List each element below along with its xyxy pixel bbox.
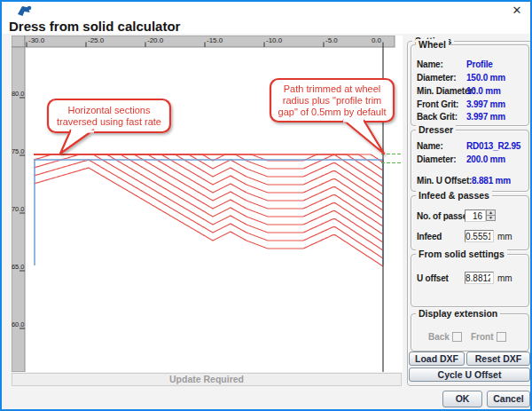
svg-text:radius plus "profile trim: radius plus "profile trim [283,95,382,106]
dialog-window: ✕ Dress from solid calculator -30.0-25.0… [0,0,532,411]
ruler-tick-label: 65.0 [12,263,25,271]
infeed-unit-label: mm [497,232,512,241]
ruler-tick-label: 0.0 [372,36,382,44]
svg-text:gap" of 0.5mm by default: gap" of 0.5mm by default [278,107,387,117]
back-checkbox[interactable] [452,332,462,342]
display-extension-group: Display extension Back Front [411,313,529,352]
ok-button[interactable]: OK [442,391,482,407]
dresser-diameter-label: Diameter: [417,154,456,164]
back-checkbox-label: Back [428,332,450,342]
wheel-group: Wheel Name: Profile Diameter: 150.0 mm M… [411,44,529,126]
dresser-group-title: Dresser [416,124,456,135]
wheel-front-grit-value: 3.997 mm [466,99,505,109]
dresser-group: Dresser Name: RD013_R2.95 Diameter: 200.… [411,130,529,192]
u-offset-unit-label: mm [497,273,512,283]
load-dxf-button[interactable]: Load DXF [409,352,465,366]
ruler-tick-label: 60.0 [12,320,25,328]
from-solid-group-title: From solid settings [416,249,507,259]
reset-dxf-button[interactable]: Reset DXF [466,352,530,366]
min-u-offset-label: Min. U Offset: [417,176,472,186]
dress-path-plot: -30.0-25.0-20.0-15.0-10.0-5.00.080.075.0… [12,36,403,372]
passes-spinner: ▲ ▼ [486,209,496,222]
wheel-diameter-label: Diameter: [417,73,456,83]
infeed-passes-group-title: Infeed & passes [416,190,492,201]
close-icon[interactable]: ✕ [510,4,524,18]
min-u-offset-value: 8.881 mm [472,176,511,186]
ruler-tick-label: -5.0 [325,36,338,44]
ruler-tick-label: -10.0 [266,36,283,44]
ruler-tick-label: 70.0 [12,205,25,213]
infeed-input[interactable] [465,230,494,242]
dresser-name-label: Name: [417,141,443,151]
display-extension-group-title: Display extension [416,308,500,319]
ruler-tick-label: 80.0 [12,90,25,98]
svg-text:traversed using fast rate: traversed using fast rate [57,116,161,127]
ruler-tick-label: 75.0 [12,147,25,155]
front-checkbox[interactable] [497,332,506,342]
dresser-name-value: RD013_R2.95 [466,141,520,151]
infeed-label: Infeed [417,232,442,241]
spinner-down-button[interactable]: ▼ [486,215,496,221]
wheel-back-grit-label: Back Grit: [417,112,458,122]
cancel-button[interactable]: Cancel [487,391,530,407]
u-offset-input[interactable] [465,272,494,284]
from-solid-group: From solid settings U offset mm [411,254,529,307]
app-icon [16,4,35,17]
wheel-back-grit-value: 3.997 mm [466,112,505,122]
cycle-u-offset-button[interactable]: Cycle U Offset [409,368,530,382]
front-checkbox-label: Front [471,332,494,342]
ruler-tick-label: -15.0 [207,36,223,44]
infeed-passes-group: Infeed & passes No. of passes ▲ ▼ Infeed… [411,195,529,250]
wheel-min-diameter-value: 10.0 mm [466,86,501,96]
svg-text:Horizontal sections: Horizontal sections [68,105,151,115]
wheel-front-grit-label: Front Grit: [417,99,458,109]
u-offset-label: U offset [417,273,449,283]
wheel-name-value: Profile [466,59,493,69]
ruler-tick-label: -25.0 [88,36,105,44]
ruler-corner [12,36,25,47]
wheel-name-label: Name: [417,59,443,69]
svg-text:Path trimmed at wheel: Path trimmed at wheel [284,83,380,94]
no-of-passes-input[interactable] [465,209,486,222]
title-bar: ✕ Dress from solid calculator [2,2,530,34]
ruler-tick-label: -30.0 [28,36,45,44]
ruler-tick-label: -20.0 [147,36,164,44]
wheel-group-title: Wheel [416,39,449,50]
update-required-bar: Update Required [12,373,402,386]
wheel-diameter-value: 150.0 mm [466,73,505,83]
page-title: Dress from solid calculator [9,19,180,34]
dresser-diameter-value: 200.0 mm [466,154,505,164]
